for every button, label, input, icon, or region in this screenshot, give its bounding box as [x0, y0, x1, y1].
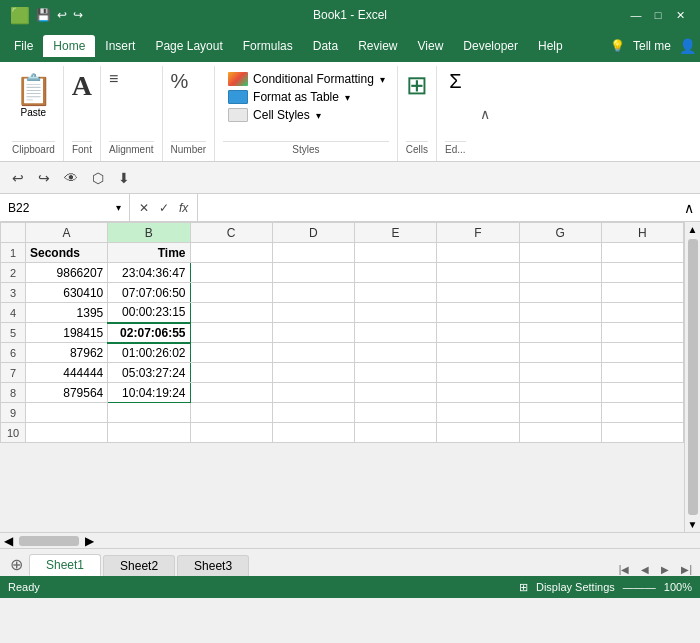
- menu-view[interactable]: View: [408, 35, 454, 57]
- minimize-button[interactable]: —: [626, 5, 646, 25]
- cell-a7[interactable]: 444444: [26, 363, 108, 383]
- cell-styles-button[interactable]: Cell Styles ▾: [223, 106, 389, 124]
- cell-a6[interactable]: 87962: [26, 343, 108, 363]
- cell-h6[interactable]: [601, 343, 683, 363]
- col-header-a[interactable]: A: [26, 223, 108, 243]
- conditional-formatting-button[interactable]: Conditional Formatting ▾: [223, 70, 389, 88]
- cell-c3[interactable]: [190, 283, 272, 303]
- cell-f3[interactable]: [437, 283, 519, 303]
- cell-h4[interactable]: [601, 303, 683, 323]
- cell-a1[interactable]: Seconds: [26, 243, 108, 263]
- cell-e10[interactable]: [355, 423, 437, 443]
- quick-access-save[interactable]: 💾: [36, 8, 51, 22]
- cell-c7[interactable]: [190, 363, 272, 383]
- sheet-nav-next[interactable]: ▶: [657, 563, 673, 576]
- sheet-tab-sheet2[interactable]: Sheet2: [103, 555, 175, 576]
- cell-a3[interactable]: 630410: [26, 283, 108, 303]
- cell-e4[interactable]: [355, 303, 437, 323]
- cell-d2[interactable]: [272, 263, 354, 283]
- cell-g7[interactable]: [519, 363, 601, 383]
- cell-a8[interactable]: 879564: [26, 383, 108, 403]
- scroll-thumb[interactable]: [688, 239, 698, 515]
- confirm-button[interactable]: ✓: [156, 200, 172, 216]
- fx-button[interactable]: fx: [176, 200, 191, 216]
- cell-c5[interactable]: [190, 323, 272, 343]
- h-scroll-left[interactable]: ◀: [0, 534, 17, 548]
- cell-g10[interactable]: [519, 423, 601, 443]
- menu-help[interactable]: Help: [528, 35, 573, 57]
- cell-g5[interactable]: [519, 323, 601, 343]
- cell-f5[interactable]: [437, 323, 519, 343]
- cell-f6[interactable]: [437, 343, 519, 363]
- cell-e9[interactable]: [355, 403, 437, 423]
- sheet-tab-sheet1[interactable]: Sheet1: [29, 554, 101, 576]
- cell-b7[interactable]: 05:03:27:24: [108, 363, 190, 383]
- col-header-d[interactable]: D: [272, 223, 354, 243]
- cell-b9[interactable]: [108, 403, 190, 423]
- col-header-g[interactable]: G: [519, 223, 601, 243]
- menu-insert[interactable]: Insert: [95, 35, 145, 57]
- cell-a10[interactable]: [26, 423, 108, 443]
- cell-d5[interactable]: [272, 323, 354, 343]
- cell-d8[interactable]: [272, 383, 354, 403]
- quick-access-undo[interactable]: ↩: [57, 8, 67, 22]
- cell-d7[interactable]: [272, 363, 354, 383]
- col-header-e[interactable]: E: [355, 223, 437, 243]
- cell-h2[interactable]: [601, 263, 683, 283]
- cell-b10[interactable]: [108, 423, 190, 443]
- cell-h9[interactable]: [601, 403, 683, 423]
- name-box-arrow[interactable]: ▾: [116, 202, 121, 213]
- cell-d10[interactable]: [272, 423, 354, 443]
- cell-g6[interactable]: [519, 343, 601, 363]
- cell-a2[interactable]: 9866207: [26, 263, 108, 283]
- col-header-b[interactable]: B: [108, 223, 190, 243]
- cell-e3[interactable]: [355, 283, 437, 303]
- tell-me-label[interactable]: Tell me: [633, 39, 671, 53]
- cell-e7[interactable]: [355, 363, 437, 383]
- cell-c4[interactable]: [190, 303, 272, 323]
- menu-data[interactable]: Data: [303, 35, 348, 57]
- col-header-c[interactable]: C: [190, 223, 272, 243]
- format-as-table-button[interactable]: Format as Table ▾: [223, 88, 389, 106]
- menu-file[interactable]: File: [4, 35, 43, 57]
- cell-e6[interactable]: [355, 343, 437, 363]
- cell-f2[interactable]: [437, 263, 519, 283]
- cell-f4[interactable]: [437, 303, 519, 323]
- cell-b3[interactable]: 07:07:06:50: [108, 283, 190, 303]
- menu-page-layout[interactable]: Page Layout: [145, 35, 232, 57]
- quick-access-redo[interactable]: ↪: [73, 8, 83, 22]
- cell-g4[interactable]: [519, 303, 601, 323]
- sheet-tab-sheet3[interactable]: Sheet3: [177, 555, 249, 576]
- menu-review[interactable]: Review: [348, 35, 407, 57]
- cell-b6[interactable]: 01:00:26:02: [108, 343, 190, 363]
- zoom-slider[interactable]: ———: [623, 581, 656, 593]
- h-scroll-right[interactable]: ▶: [81, 534, 98, 548]
- qa-view-icon[interactable]: 👁: [60, 168, 82, 188]
- cell-d3[interactable]: [272, 283, 354, 303]
- cancel-button[interactable]: ✕: [136, 200, 152, 216]
- cell-a5[interactable]: 198415: [26, 323, 108, 343]
- cell-c8[interactable]: [190, 383, 272, 403]
- cell-d4[interactable]: [272, 303, 354, 323]
- name-box[interactable]: B22 ▾: [0, 194, 130, 221]
- cell-f8[interactable]: [437, 383, 519, 403]
- menu-developer[interactable]: Developer: [453, 35, 528, 57]
- scroll-down-btn[interactable]: ▼: [686, 517, 700, 532]
- h-scroll-thumb[interactable]: [19, 536, 79, 546]
- cell-e8[interactable]: [355, 383, 437, 403]
- cell-c9[interactable]: [190, 403, 272, 423]
- cell-d1[interactable]: [272, 243, 354, 263]
- close-button[interactable]: ✕: [670, 5, 690, 25]
- share-icon[interactable]: 👤: [679, 38, 696, 54]
- cell-b2[interactable]: 23:04:36:47: [108, 263, 190, 283]
- cell-g8[interactable]: [519, 383, 601, 403]
- cell-g3[interactable]: [519, 283, 601, 303]
- cell-h10[interactable]: [601, 423, 683, 443]
- menu-home[interactable]: Home: [43, 35, 95, 57]
- cell-a4[interactable]: 1395: [26, 303, 108, 323]
- display-settings-label[interactable]: Display Settings: [536, 581, 615, 593]
- cell-f1[interactable]: [437, 243, 519, 263]
- qa-more-icon[interactable]: ⬇: [114, 168, 134, 188]
- qa-shapes-icon[interactable]: ⬡: [88, 168, 108, 188]
- cell-g2[interactable]: [519, 263, 601, 283]
